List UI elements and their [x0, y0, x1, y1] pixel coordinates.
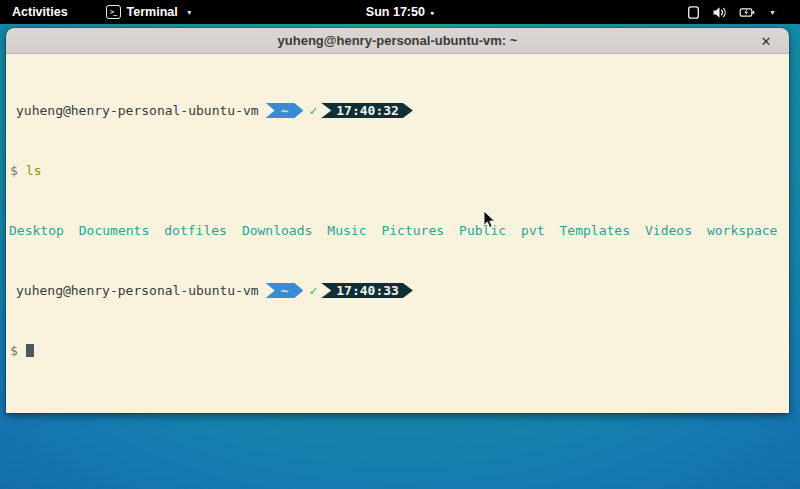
file-item: pvt [521, 223, 544, 238]
prompt-dir: ~ [281, 103, 289, 118]
chevron-down-icon: ▼ [769, 9, 776, 16]
input-line: $ [9, 343, 786, 358]
chevron-down-icon: ▼ [186, 9, 193, 16]
window-title: yuheng@henry-personal-ubuntu-vm: ~ [278, 33, 518, 48]
file-item: Pictures [381, 223, 444, 238]
file-item: Desktop [9, 223, 64, 238]
prompt-dir-segment: ~ [266, 283, 304, 298]
file-item: dotfiles [164, 223, 227, 238]
battery-charging-icon [739, 5, 756, 20]
app-menu-label: Terminal [127, 5, 178, 19]
media-indicator-dot: ● [430, 9, 434, 16]
command-line: $ls [9, 163, 786, 178]
terminal-icon: >_ [106, 5, 121, 19]
close-button[interactable]: ✕ [756, 28, 776, 54]
ls-output-line: DesktopDocumentsdotfilesDownloadsMusicPi… [9, 223, 786, 238]
prompt-time: 17:40:33 [336, 283, 399, 298]
command-text: ls [26, 163, 42, 178]
prompt-line: yuheng@henry-personal-ubuntu-vm~✓17:40:3… [9, 283, 786, 298]
prompt-user: yuheng@henry-personal-ubuntu-vm [16, 283, 259, 298]
clock-label: Sun 17:50 [366, 5, 425, 19]
file-item: Downloads [242, 223, 312, 238]
file-item: Music [327, 223, 366, 238]
display-icon [686, 5, 701, 20]
prompt-time-segment: 17:40:32 [321, 103, 413, 118]
prompt-symbol: $ [9, 163, 18, 178]
file-item: Documents [79, 223, 149, 238]
prompt-time: 17:40:32 [336, 103, 399, 118]
app-menu-button[interactable]: >_ Terminal ▼ [96, 0, 203, 24]
text-cursor [26, 344, 34, 357]
top-bar-left: Activities >_ Terminal ▼ [0, 0, 203, 24]
terminal-window: yuheng@henry-personal-ubuntu-vm: ~ ✕ yuh… [6, 28, 789, 413]
terminal-content[interactable]: yuheng@henry-personal-ubuntu-vm~✓17:40:3… [6, 54, 789, 413]
prompt-status-check-icon: ✓ [309, 103, 317, 118]
prompt-dir-segment: ~ [266, 103, 304, 118]
file-item: workspace [707, 223, 777, 238]
file-item: Videos [645, 223, 692, 238]
activities-button[interactable]: Activities [0, 0, 80, 24]
prompt-symbol: $ [9, 343, 18, 358]
prompt-line: yuheng@henry-personal-ubuntu-vm~✓17:40:3… [9, 103, 786, 118]
prompt-time-segment: 17:40:33 [321, 283, 413, 298]
file-item: Public [459, 223, 506, 238]
volume-icon [712, 5, 728, 20]
system-menu-button[interactable]: ▼ [676, 0, 800, 24]
titlebar[interactable]: yuheng@henry-personal-ubuntu-vm: ~ ✕ [6, 28, 789, 54]
prompt-status-check-icon: ✓ [309, 283, 317, 298]
top-bar: Activities >_ Terminal ▼ Sun 17:50 ● [0, 0, 800, 24]
prompt-user: yuheng@henry-personal-ubuntu-vm [16, 103, 259, 118]
screen: Activities >_ Terminal ▼ Sun 17:50 ● [0, 0, 800, 489]
file-item: Templates [560, 223, 630, 238]
prompt-dir: ~ [281, 283, 289, 298]
